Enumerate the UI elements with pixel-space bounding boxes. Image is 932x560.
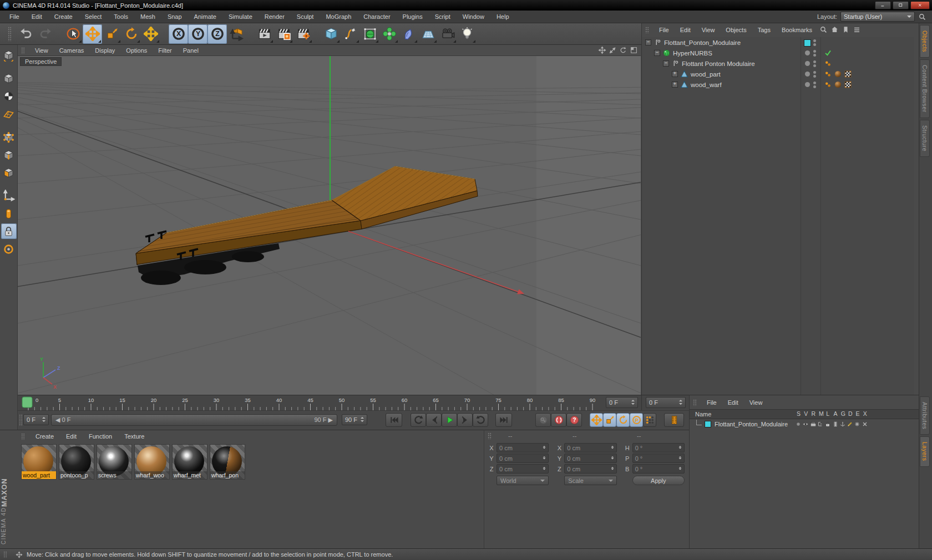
menu-mograph[interactable]: MoGraph — [320, 11, 357, 23]
material-thumbnail[interactable]: screws — [97, 444, 132, 480]
go-to-end-button[interactable] — [495, 413, 512, 427]
close-button[interactable] — [910, 1, 930, 9]
menu-simulate[interactable]: Simulate — [222, 11, 259, 23]
side-tab-structure[interactable]: Structure — [920, 120, 930, 157]
end-frame-field[interactable]: 90 F — [342, 414, 367, 425]
object-tree-row[interactable]: +wood_warf — [642, 79, 914, 90]
menu-window[interactable]: Window — [457, 11, 490, 23]
timeline-playhead[interactable] — [22, 397, 32, 408]
side-tab-attributes[interactable]: Attributes — [920, 396, 930, 435]
object-name[interactable]: wood_part — [691, 71, 721, 78]
material-thumbnail[interactable]: wharf_met — [172, 444, 207, 480]
material-thumbnail[interactable]: pontoon_p — [59, 444, 94, 480]
viewport-grip[interactable] — [21, 47, 25, 54]
lock-x-axis-button[interactable]: X — [169, 24, 188, 44]
enabled-check-icon[interactable] — [824, 49, 832, 57]
expander-minus-icon[interactable]: − — [645, 39, 651, 45]
menu-character[interactable]: Character — [357, 11, 396, 23]
xref-icon[interactable] — [862, 421, 868, 427]
material-name[interactable]: wharf_met — [173, 471, 207, 479]
phong-tag-icon[interactable] — [824, 59, 832, 68]
coord-field-z[interactable]: 0 cm — [564, 464, 616, 474]
layer-manager-menu-view[interactable]: View — [744, 399, 768, 406]
coord-field-p[interactable]: 0 ° — [632, 454, 685, 463]
move-tool-button[interactable] — [83, 24, 102, 44]
viewport-menu-panel[interactable]: Panel — [178, 47, 204, 54]
material-menu-edit[interactable]: Edit — [60, 433, 83, 440]
live-selection-button[interactable] — [63, 24, 83, 44]
solo-dot-icon[interactable] — [795, 421, 802, 427]
coord-field-y[interactable]: 0 cm — [564, 454, 616, 463]
coord-field-z[interactable]: 0 cm — [497, 464, 549, 474]
material-name[interactable]: pontoon_p — [59, 471, 94, 479]
material-menu-function[interactable]: Function — [83, 433, 118, 440]
object-name[interactable]: Flottant Ponton Modulaire — [682, 60, 755, 67]
layer-color-swatch[interactable] — [705, 421, 711, 427]
object-tree-row[interactable]: +wood_part — [642, 69, 914, 79]
render-clap-icon[interactable] — [810, 421, 817, 427]
deformers-icon[interactable] — [847, 421, 853, 427]
layer-manager-grip[interactable] — [693, 399, 697, 406]
coord-field-y[interactable]: 0 cm — [497, 454, 549, 463]
menu-select[interactable]: Select — [79, 11, 108, 23]
layer-manager-menu-file[interactable]: File — [701, 399, 722, 406]
menu-mesh[interactable]: Mesh — [134, 11, 161, 23]
object-manager-menu-objects[interactable]: Objects — [720, 27, 752, 33]
layer-manager-menu-edit[interactable]: Edit — [722, 399, 744, 406]
uvw-tag-icon[interactable] — [844, 80, 852, 89]
object-tree-row[interactable]: −HyperNURBS — [642, 48, 914, 58]
play-button[interactable] — [442, 413, 457, 427]
undo-button[interactable] — [16, 24, 36, 44]
visibility-toggles[interactable] — [813, 39, 816, 48]
object-manager-menu-view[interactable]: View — [696, 27, 721, 33]
add-nurbs-generator-button[interactable] — [360, 24, 379, 44]
enable-toggle[interactable] — [805, 72, 810, 77]
model-mode-button[interactable] — [1, 70, 17, 86]
enable-toggle[interactable] — [805, 61, 810, 66]
material-tag-icon[interactable] — [834, 80, 842, 89]
add-spline-button[interactable] — [341, 24, 360, 44]
aux-frame-spinner[interactable]: 0 F — [646, 397, 686, 408]
key-position-button[interactable] — [590, 413, 603, 427]
rotate-view-icon[interactable] — [619, 46, 627, 54]
object-name[interactable]: wood_warf — [691, 82, 722, 88]
key-parameter-button[interactable]: P — [630, 413, 643, 427]
material-grip[interactable] — [21, 433, 25, 440]
go-to-start-button[interactable] — [386, 413, 402, 427]
material-name[interactable]: wood_part — [22, 471, 56, 479]
material-menu-create[interactable]: Create — [29, 433, 60, 440]
object-name[interactable]: Flottant_Ponton_Modulaire — [664, 39, 741, 46]
animation-film-icon[interactable] — [832, 421, 839, 427]
lock-y-axis-button[interactable]: Y — [188, 24, 207, 44]
object-tree-row[interactable]: −Flottant Ponton Modulaire — [642, 58, 914, 69]
key-scale-button[interactable] — [603, 413, 616, 427]
keying-help-button[interactable]: ? — [566, 413, 582, 427]
render-settings-button[interactable] — [293, 24, 313, 44]
transport-grip[interactable] — [19, 414, 23, 426]
toggle-view-icon[interactable] — [630, 46, 638, 54]
menu-render[interactable]: Render — [259, 11, 291, 23]
add-cube-primitive-button[interactable] — [321, 24, 341, 44]
render-picture-viewer-button[interactable] — [274, 24, 293, 44]
open-timeline-button[interactable] — [664, 413, 684, 427]
visibility-toggles[interactable] — [813, 71, 816, 79]
viewport-menu-view[interactable]: View — [29, 47, 54, 54]
object-tree-row[interactable]: −Flottant_Ponton_Modulaire — [642, 37, 914, 48]
next-key-button[interactable] — [473, 413, 488, 427]
layout-dropdown[interactable]: Startup (User) — [840, 12, 915, 22]
key-pla-button[interactable] — [643, 413, 656, 427]
scale-tool-button[interactable] — [102, 24, 121, 44]
material-tag-icon[interactable] — [834, 70, 842, 78]
object-manager-menu-tags[interactable]: Tags — [752, 27, 776, 33]
last-used-tool-button[interactable] — [141, 24, 160, 44]
phong-tag-icon[interactable] — [824, 70, 832, 78]
menu-snap[interactable]: Snap — [161, 11, 188, 23]
dolly-view-icon[interactable] — [609, 46, 617, 54]
viewport-menu-cameras[interactable]: Cameras — [54, 47, 90, 54]
side-tab-objects[interactable]: Objects — [920, 25, 930, 58]
scene-3d[interactable]: YZX — [18, 56, 641, 395]
object-manager-grip[interactable] — [645, 27, 649, 33]
viewport-canvas[interactable]: YZX Perspective — [18, 56, 641, 395]
layer-row[interactable]: Flottant_Ponton_Modulaire — [690, 419, 919, 429]
expander-plus-icon[interactable]: + — [672, 71, 678, 77]
